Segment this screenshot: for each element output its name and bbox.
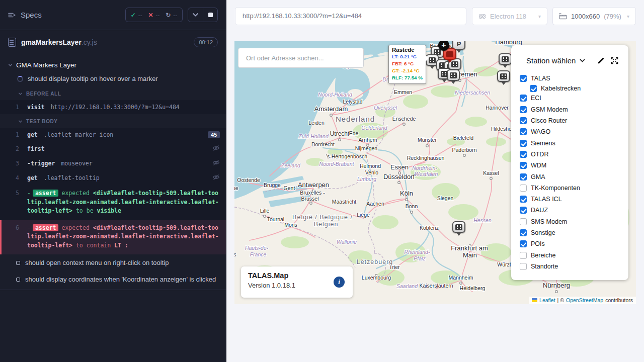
pending-test-row[interactable]: should open context menu on right-click … xyxy=(0,254,226,271)
assert-row-passed[interactable]: 5-assertexpected <div#leaflet-tooltip-50… xyxy=(0,186,226,220)
layer-toggle-item[interactable]: SMS Modem xyxy=(520,216,628,227)
command-row[interactable]: 1get.leaflet-marker-icon45 xyxy=(0,128,226,142)
station-marker[interactable] xyxy=(447,69,460,81)
edit-pencil-icon[interactable] xyxy=(597,57,605,64)
map-label: Heidelberg xyxy=(460,285,486,291)
city-dot xyxy=(310,202,312,205)
command-row[interactable]: 1visithttp://192.168.10.33:3000/?m=12&u=… xyxy=(0,100,226,114)
layer-toggle-item[interactable]: Bereiche xyxy=(520,249,628,260)
station-marker[interactable] xyxy=(497,70,510,82)
layer-toggle-item[interactable]: GMA xyxy=(520,171,628,182)
layer-toggle-item[interactable]: WAGO xyxy=(520,126,628,137)
command-row[interactable]: 4get.leaflet-tooltip xyxy=(0,171,226,186)
checkbox[interactable] xyxy=(520,252,527,259)
checkbox[interactable] xyxy=(520,218,527,225)
layer-toggle-item[interactable]: DAUZ xyxy=(520,205,628,216)
collapse-button[interactable] xyxy=(188,8,203,22)
checkbox[interactable] xyxy=(520,117,527,124)
station-marker[interactable] xyxy=(452,221,465,233)
map-label: Bruxelles - xyxy=(300,190,325,196)
hidden-eye-icon xyxy=(212,174,220,180)
checkbox[interactable] xyxy=(520,162,527,169)
map-label: Dunkerque xyxy=(234,185,238,191)
suite-row[interactable]: GMA Markers Layer xyxy=(0,59,226,71)
leaflet-map[interactable]: LilleTournaiMonsAmiensOostendeBruggeGent… xyxy=(234,41,636,304)
stat-failed: ✕-- xyxy=(148,12,160,19)
checkbox[interactable] xyxy=(530,85,537,92)
station-marker[interactable] xyxy=(499,53,512,65)
layer-toggle-item[interactable]: OTDR xyxy=(520,149,628,160)
layer-toggle-item[interactable]: TK-Komponenten xyxy=(520,183,628,194)
leaflet-link[interactable]: Leaflet xyxy=(539,297,555,303)
layer-toggle-item[interactable]: POIs xyxy=(520,238,628,249)
layer-toggle-item[interactable]: GSM Modem xyxy=(520,104,628,115)
layer-toggle-item[interactable]: Sonstige xyxy=(520,227,628,238)
test-body-commands: 1get.leaflet-marker-icon452first3-trigge… xyxy=(0,128,226,254)
layer-toggle-item[interactable]: TALAS xyxy=(520,73,628,84)
checkbox[interactable] xyxy=(520,229,527,236)
search-input[interactable] xyxy=(238,48,364,68)
spec-duration-badge: 00:12 xyxy=(194,37,218,47)
checkbox[interactable] xyxy=(520,95,527,102)
browser-selector[interactable]: Electron 118 ▾ xyxy=(472,7,547,25)
spec-file-row[interactable]: gmaMarkersLayer.cy.js 00:12 xyxy=(0,30,226,53)
checkbox[interactable] xyxy=(520,151,527,158)
checkbox[interactable] xyxy=(520,140,527,147)
layer-toggle-item[interactable]: ECI xyxy=(520,93,628,104)
map-label: Pfalz xyxy=(414,255,426,261)
stat-pending: ↻-- xyxy=(166,12,177,19)
map-label: Gelderland xyxy=(361,125,388,131)
specs-title: Specs xyxy=(21,11,42,19)
marker-tooltip[interactable]: Rastede LT: 0.21 °CFBT: 6 °CGT: -2.14 °C… xyxy=(388,45,426,84)
command-row[interactable]: 3-triggermouseover xyxy=(0,156,226,171)
osm-link[interactable]: OpenStreetMap xyxy=(566,297,603,303)
layer-toggle-item[interactable]: TALAS ICL xyxy=(520,194,628,205)
checkbox[interactable] xyxy=(520,240,527,247)
map-label: Saarland xyxy=(396,283,418,289)
checkbox[interactable] xyxy=(520,173,527,180)
stop-button[interactable] xyxy=(203,8,217,22)
active-test-row[interactable]: should display tooltip on hover over a m… xyxy=(0,71,226,86)
layer-toggle-item[interactable]: Cisco Router xyxy=(520,115,628,126)
city-dot xyxy=(463,154,466,157)
checkbox[interactable] xyxy=(520,263,527,270)
layer-toggle-item[interactable]: Kabelstrecken xyxy=(530,84,628,93)
checkbox[interactable] xyxy=(520,196,527,203)
checkbox[interactable] xyxy=(520,106,527,113)
map-label: Venlo xyxy=(365,169,378,175)
cabinet-icon xyxy=(502,56,509,62)
fullscreen-expand-icon[interactable] xyxy=(611,57,618,64)
section-test-body[interactable]: TEST BODY xyxy=(0,114,226,128)
aut-url-bar[interactable]: http://192.168.10.33:3000/?m=12&u=484 xyxy=(235,7,466,25)
chevron-down-icon xyxy=(193,13,198,17)
specs-menu-button[interactable]: Specs xyxy=(8,11,42,19)
command-row[interactable]: 2first xyxy=(0,142,226,156)
layer-toggle-item[interactable]: Standorte xyxy=(520,261,628,272)
pending-test-row[interactable]: should display coordinates when 'Koordin… xyxy=(0,271,226,288)
map-label: Overijssel xyxy=(374,105,397,111)
chevron-down-icon: ▾ xyxy=(538,14,541,19)
map-label: Kassel xyxy=(483,170,499,176)
info-icon[interactable]: i xyxy=(334,277,345,288)
assert-row-failed[interactable]: 6-assertexpected <div#leaflet-tooltip-50… xyxy=(0,220,226,255)
section-before-all[interactable]: BEFORE ALL xyxy=(0,86,226,100)
map-label: Hessen xyxy=(473,217,492,223)
map-label: Enschede xyxy=(392,116,416,122)
chevron-down-icon[interactable] xyxy=(580,59,585,63)
test-stats: ✓-- ✕-- ↻-- xyxy=(125,8,183,22)
map-label: Nürnberg xyxy=(543,282,570,289)
viewport-selector[interactable]: 1000x660 (79%) ▾ xyxy=(552,7,636,25)
checkbox[interactable] xyxy=(520,75,527,82)
viewport-size: 1000x660 xyxy=(571,13,600,20)
device-icon xyxy=(446,51,453,57)
layer-toggle-item[interactable]: Siemens xyxy=(520,137,628,148)
suite-title: GMA Markers Layer xyxy=(16,61,76,69)
element-count-badge: 45 xyxy=(208,131,220,138)
checkbox[interactable] xyxy=(520,128,527,135)
layer-toggle-item[interactable]: WDM xyxy=(520,160,628,171)
checkbox[interactable] xyxy=(520,185,527,192)
electron-icon xyxy=(478,13,486,20)
city-dot xyxy=(426,145,429,147)
checkbox[interactable] xyxy=(520,207,527,214)
map-label: Siegen xyxy=(437,195,454,201)
